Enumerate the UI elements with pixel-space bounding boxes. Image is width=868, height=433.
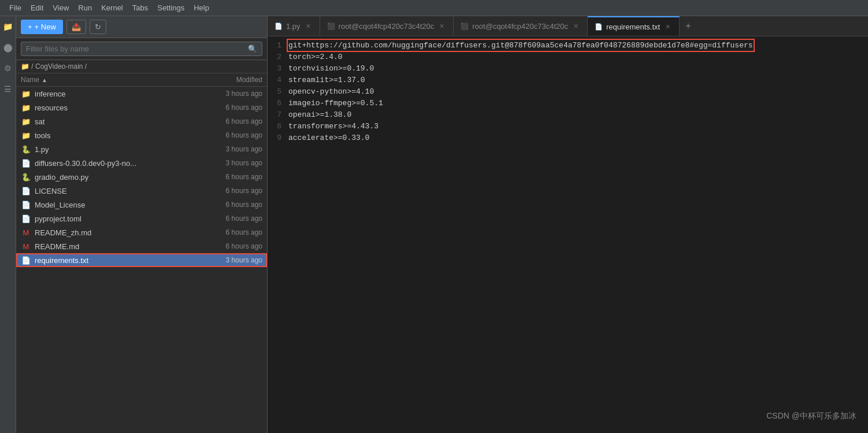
file-name: Model_License xyxy=(35,201,199,209)
tab-tab1[interactable]: 📄 1.py ✕ xyxy=(268,16,320,36)
tab-label: 1.py xyxy=(286,22,301,31)
file-type-icon: 🐍 xyxy=(21,172,31,182)
search-box: 🔍 xyxy=(16,38,267,60)
file-type-icon: 📄 xyxy=(21,158,31,168)
list-item[interactable]: 📁 inference 3 hours ago xyxy=(16,87,267,101)
refresh-icon: ↻ xyxy=(95,23,101,31)
code-line: 8transformers>=4.43.3 xyxy=(268,122,868,134)
file-type-icon: 📁 xyxy=(21,102,31,113)
menu-tabs[interactable]: Tabs xyxy=(128,1,153,14)
list-item[interactable]: 📁 resources 6 hours ago xyxy=(16,101,267,114)
file-modified: 6 hours ago xyxy=(199,117,262,125)
line-number: 7 xyxy=(268,110,288,119)
menu-run[interactable]: Run xyxy=(73,1,97,14)
code-line: 3torchvision>=0.19.0 xyxy=(268,64,868,76)
tab-close-button[interactable]: ✕ xyxy=(304,22,313,31)
file-modified: 3 hours ago xyxy=(199,256,262,264)
col-name-label[interactable]: Name xyxy=(21,76,39,84)
folder-icon[interactable]: 📁 xyxy=(2,21,14,32)
code-line: 5opencv-python>=4.10 xyxy=(268,87,868,99)
tab-tab4[interactable]: 📄 requirements.txt ✕ xyxy=(588,16,680,36)
list-item[interactable]: 🐍 gradio_demo.py 6 hours ago xyxy=(16,170,267,184)
col-modified-label: Modified xyxy=(236,76,262,84)
upload-button[interactable]: 📤 xyxy=(66,20,86,34)
file-type-icon: M xyxy=(21,227,31,238)
breadcrumb: 📁 / CogVideo-main / xyxy=(16,60,267,73)
file-panel: + + New 📤 ↻ 🔍 📁 / CogVideo-main / xyxy=(16,16,268,433)
menu-kernel[interactable]: Kernel xyxy=(97,1,128,14)
search-icon: 🔍 xyxy=(248,45,257,53)
list-item[interactable]: 📄 diffusers-0.30.0.dev0-py3-no... 3 hour… xyxy=(16,156,267,170)
file-modified: 6 hours ago xyxy=(199,214,262,223)
new-button[interactable]: + + New xyxy=(21,20,63,34)
line-number: 5 xyxy=(268,87,288,96)
list-item[interactable]: 📄 requirements.txt 3 hours ago xyxy=(16,253,267,267)
list-item[interactable]: 📁 tools 6 hours ago xyxy=(16,128,267,142)
menu-file[interactable]: File xyxy=(5,1,26,14)
circle-icon[interactable]: ⬤ xyxy=(2,42,14,53)
file-name: resources xyxy=(35,103,199,112)
line-number: 3 xyxy=(268,64,288,73)
file-table-header: Name ▲ Modified xyxy=(16,73,267,87)
line-number: 4 xyxy=(268,76,288,84)
list-item[interactable]: 📄 Model_License 6 hours ago xyxy=(16,198,267,212)
file-name: 1.py xyxy=(35,145,199,154)
file-name: inference xyxy=(35,90,199,98)
menu-icon[interactable]: ☰ xyxy=(2,83,14,95)
line-content: imageio-ffmpeg>=0.5.1 xyxy=(288,99,383,108)
activity-bar: 📁 ⬤ ⚙ ☰ xyxy=(0,16,16,433)
file-icon: 📄 xyxy=(275,23,283,30)
code-line: 9accelerate>=0.33.0 xyxy=(268,134,868,145)
menu-settings[interactable]: Settings xyxy=(153,1,189,14)
tab-tab3[interactable]: ⬛ root@cqot4fcp420c73c4t20c ✕ xyxy=(454,16,588,36)
tab-close-button[interactable]: ✕ xyxy=(437,22,446,31)
file-type-icon: 🐍 xyxy=(21,144,31,154)
list-item[interactable]: 📄 pyproject.toml 6 hours ago xyxy=(16,212,267,225)
refresh-button[interactable]: ↻ xyxy=(90,20,106,34)
code-line: 7openai>=1.38.0 xyxy=(268,110,868,122)
line-content: torch>=2.4.0 xyxy=(288,53,343,61)
file-modified: 6 hours ago xyxy=(199,131,262,139)
editor-content[interactable]: 1git+https://github.com/huggingface/diff… xyxy=(268,36,868,433)
line-number: 2 xyxy=(268,53,288,61)
tab-bar: 📄 1.py ✕ ⬛ root@cqot4fcp420c73c4t20c ✕ ⬛… xyxy=(268,16,868,36)
menu-edit[interactable]: Edit xyxy=(26,1,48,14)
add-tab-button[interactable]: + xyxy=(680,16,696,36)
list-item[interactable]: M README_zh.md 6 hours ago xyxy=(16,225,267,239)
file-list: 📁 inference 3 hours ago 📁 resources 6 ho… xyxy=(16,87,267,433)
file-type-icon: M xyxy=(21,241,31,251)
line-content: streamlit>=1.37.0 xyxy=(288,76,365,84)
terminal-icon: ⬛ xyxy=(461,23,469,30)
tab-close-button[interactable]: ✕ xyxy=(663,23,672,31)
line-number: 1 xyxy=(268,41,288,50)
list-item[interactable]: 📁 sat 6 hours ago xyxy=(16,114,267,128)
code-line: 6imageio-ffmpeg>=0.5.1 xyxy=(268,99,868,110)
file-modified: 6 hours ago xyxy=(199,228,262,236)
file-modified: 3 hours ago xyxy=(199,90,262,98)
plus-icon: + xyxy=(685,21,691,31)
list-item[interactable]: 🐍 1.py 3 hours ago xyxy=(16,142,267,156)
menu-view[interactable]: View xyxy=(48,1,73,14)
list-item[interactable]: M README.md 6 hours ago xyxy=(16,239,267,253)
tab-close-button[interactable]: ✕ xyxy=(572,22,580,31)
file-name: tools xyxy=(35,131,199,140)
file-type-icon: 📁 xyxy=(21,116,31,127)
menu-help[interactable]: Help xyxy=(189,1,214,14)
code-line: 4streamlit>=1.37.0 xyxy=(268,76,868,87)
tab-tab2[interactable]: ⬛ root@cqot4fcp420c73c4t20c ✕ xyxy=(320,16,454,36)
code-line: 1git+https://github.com/huggingface/diff… xyxy=(268,41,868,53)
list-item[interactable]: 📄 LICENSE 6 hours ago xyxy=(16,184,267,198)
file-name: diffusers-0.30.0.dev0-py3-no... xyxy=(35,159,199,168)
file-name: requirements.txt xyxy=(35,256,199,265)
file-modified: 3 hours ago xyxy=(199,159,262,167)
file-name: sat xyxy=(35,117,199,126)
watermark: CSDN @中杯可乐多加冰 xyxy=(766,411,856,421)
file-modified: 6 hours ago xyxy=(199,173,262,181)
file-icon: 📄 xyxy=(595,23,603,31)
line-content: opencv-python>=4.10 xyxy=(288,87,374,96)
file-type-icon: 📄 xyxy=(21,199,31,210)
file-name: README_zh.md xyxy=(35,228,199,237)
code-line: 2torch>=2.4.0 xyxy=(268,53,868,64)
search-input[interactable] xyxy=(26,45,248,53)
extensions-icon[interactable]: ⚙ xyxy=(2,62,14,74)
